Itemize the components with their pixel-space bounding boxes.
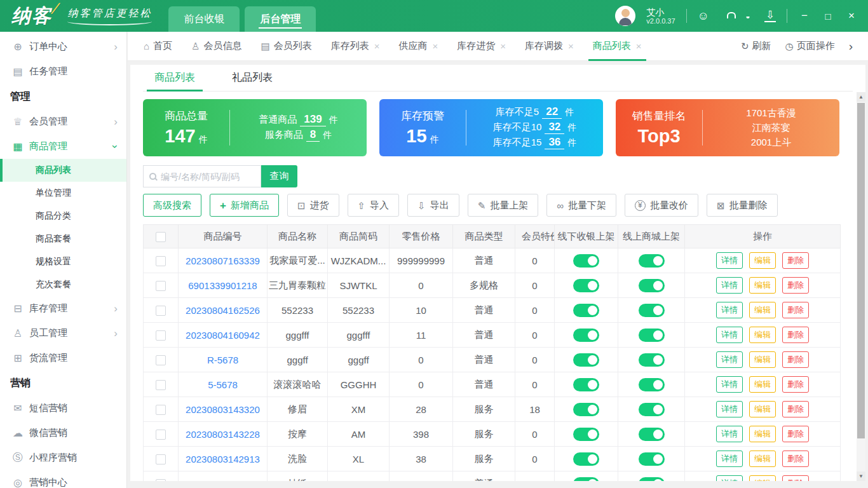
maximize-button[interactable]: □ xyxy=(822,11,834,22)
close-icon[interactable]: × xyxy=(636,41,642,51)
sidebar-item[interactable]: ▦商品管理› xyxy=(0,134,126,159)
detail-button[interactable]: 详情 xyxy=(716,302,743,318)
offline-shelf-toggle[interactable] xyxy=(573,329,599,342)
product-code-link[interactable]: 20230803142913 xyxy=(186,454,260,464)
tab-商品列表[interactable]: 商品列表× xyxy=(583,32,651,60)
sidebar-subitem[interactable]: 商品套餐 xyxy=(0,227,126,250)
sidebar-subitem[interactable]: 规格设置 xyxy=(0,250,126,273)
edit-button[interactable]: 编辑 xyxy=(749,475,776,481)
product-code-link[interactable]: 20230803143320 xyxy=(186,404,260,415)
scroll-down-arrow[interactable]: ▼ xyxy=(857,471,865,481)
tab-首页[interactable]: ⌂首页 xyxy=(134,32,182,60)
search-input[interactable] xyxy=(161,172,255,182)
delete-button[interactable]: 删除 xyxy=(782,277,809,294)
online-shelf-toggle[interactable] xyxy=(639,452,665,466)
row-checkbox[interactable] xyxy=(156,256,166,266)
detail-button[interactable]: 详情 xyxy=(716,252,743,269)
edit-button[interactable]: 编辑 xyxy=(749,376,776,393)
offline-shelf-toggle[interactable] xyxy=(573,353,599,367)
header-tab-backoffice[interactable]: 后台管理 xyxy=(245,6,316,32)
sidebar-subitem[interactable]: 充次套餐 xyxy=(0,273,126,296)
delete-button[interactable]: 删除 xyxy=(782,252,809,269)
close-icon[interactable]: × xyxy=(374,41,380,51)
online-shelf-toggle[interactable] xyxy=(639,477,665,482)
close-icon[interactable]: × xyxy=(432,41,438,51)
detail-button[interactable]: 详情 xyxy=(716,376,743,393)
detail-button[interactable]: 详情 xyxy=(716,327,743,343)
content-tab-礼品列表[interactable]: 礼品列表 xyxy=(226,65,279,91)
sidebar-item[interactable]: ▤任务管理 xyxy=(0,59,126,84)
online-shelf-toggle[interactable] xyxy=(639,304,665,317)
row-checkbox[interactable] xyxy=(156,380,166,390)
tab-会员列表[interactable]: ▤会员列表 xyxy=(252,32,322,60)
offline-shelf-toggle[interactable] xyxy=(573,304,599,317)
edit-button[interactable]: 编辑 xyxy=(749,451,776,467)
detail-button[interactable]: 详情 xyxy=(716,351,743,368)
row-checkbox[interactable] xyxy=(156,479,166,481)
row-checkbox[interactable] xyxy=(156,405,166,415)
sidebar-subitem[interactable]: 商品列表 xyxy=(0,159,126,182)
online-shelf-toggle[interactable] xyxy=(639,353,665,367)
sidebar-item[interactable]: ♙员工管理› xyxy=(0,321,126,346)
sidebar-item[interactable]: ✉短信营销 xyxy=(0,396,126,421)
row-checkbox[interactable] xyxy=(156,306,166,316)
detail-button[interactable]: 详情 xyxy=(716,401,743,417)
product-code-link[interactable]: 20230807163339 xyxy=(186,255,260,266)
row-checkbox[interactable] xyxy=(156,281,166,291)
scroll-up-arrow[interactable]: ▲ xyxy=(857,92,865,102)
row-checkbox[interactable] xyxy=(156,330,166,341)
sidebar-subitem[interactable]: 单位管理 xyxy=(0,182,126,205)
tab-库存进货[interactable]: 库存进货× xyxy=(447,32,515,60)
sidebar-item[interactable]: ☁微信营销 xyxy=(0,421,126,445)
edit-button[interactable]: 编辑 xyxy=(749,277,776,294)
delete-button[interactable]: 删除 xyxy=(782,327,809,343)
sidebar-item[interactable]: Ⓢ小程序营销 xyxy=(0,445,126,470)
tab-库存列表[interactable]: 库存列表× xyxy=(322,32,390,60)
高级搜索-button[interactable]: 高级搜索 xyxy=(143,194,201,217)
product-code-link[interactable]: R-5678 xyxy=(207,355,238,365)
header-tab-cashier[interactable]: 前台收银 xyxy=(168,6,240,32)
delete-button[interactable]: 删除 xyxy=(782,401,809,417)
minimize-button[interactable]: − xyxy=(798,10,811,22)
sidebar-item[interactable]: ⊞货流管理 xyxy=(0,346,126,370)
批量改价-button[interactable]: ¥批量改价 xyxy=(625,194,698,217)
edit-button[interactable]: 编辑 xyxy=(749,302,776,318)
offline-shelf-toggle[interactable] xyxy=(573,279,599,292)
edit-button[interactable]: 编辑 xyxy=(749,401,776,417)
delete-button[interactable]: 删除 xyxy=(782,376,809,393)
avatar[interactable] xyxy=(615,6,635,26)
delete-button[interactable]: 删除 xyxy=(782,475,809,481)
download-icon[interactable]: ⇩ xyxy=(764,10,776,22)
sidebar-subitem[interactable]: 商品分类 xyxy=(0,205,126,227)
product-code-link[interactable]: 5-5678 xyxy=(208,379,238,390)
导出-button[interactable]: ⇩导出 xyxy=(407,194,459,217)
product-code-link[interactable]: 6901339901218 xyxy=(188,280,257,291)
close-button[interactable]: × xyxy=(845,10,858,22)
批量下架-button[interactable]: ∞批量下架 xyxy=(546,194,616,217)
offline-shelf-toggle[interactable] xyxy=(573,477,599,482)
row-checkbox[interactable] xyxy=(156,430,166,440)
sidebar-item[interactable]: ⊟库存管理› xyxy=(0,296,126,321)
delete-button[interactable]: 删除 xyxy=(782,451,809,467)
online-shelf-toggle[interactable] xyxy=(639,279,665,292)
product-code-link[interactable]: 20230803142832 xyxy=(186,478,260,482)
offline-shelf-toggle[interactable] xyxy=(573,452,599,466)
offline-shelf-toggle[interactable] xyxy=(573,428,599,441)
page-ops-button[interactable]: ◷ 页面操作 xyxy=(785,40,835,52)
online-shelf-toggle[interactable] xyxy=(639,403,665,416)
chevron-right-icon[interactable]: › xyxy=(849,39,853,53)
批量删除-button[interactable]: ⊠批量删除 xyxy=(707,194,778,217)
delete-button[interactable]: 删除 xyxy=(782,426,809,442)
refresh-button[interactable]: ↻ 刷新 xyxy=(741,40,771,52)
edit-button[interactable]: 编辑 xyxy=(749,351,776,368)
online-shelf-toggle[interactable] xyxy=(639,428,665,441)
进货-button[interactable]: ⊡进货 xyxy=(287,194,339,217)
online-shelf-toggle[interactable] xyxy=(639,378,665,391)
新增商品-button[interactable]: +新增商品 xyxy=(210,194,279,217)
online-shelf-toggle[interactable] xyxy=(639,254,665,268)
content-tab-商品列表[interactable]: 商品列表 xyxy=(148,65,201,91)
product-code-link[interactable]: 20230804162526 xyxy=(186,305,260,316)
select-all-checkbox[interactable] xyxy=(156,232,166,242)
offline-shelf-toggle[interactable] xyxy=(573,254,599,268)
product-code-link[interactable]: 20230803143228 xyxy=(186,429,260,440)
